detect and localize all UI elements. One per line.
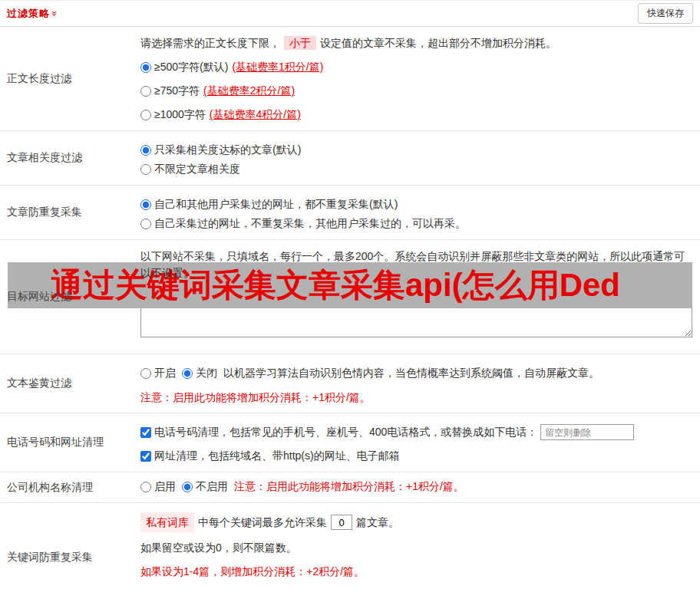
- url-clean-line: 网址清理，包括纯域名、带http(s)的网址、电子邮箱: [140, 448, 692, 464]
- row-keyword-dedup: 关键词防重复采集 私有词库 中每个关键词最多允许采集 篇文章。 如果留空或设为0…: [0, 503, 700, 589]
- row-relevance-filter: 文章相关度过滤 只采集相关度达标的文章(默认) 不限定文章相关度: [0, 131, 700, 186]
- option-label: 自己采集过的网址，不重复采集，其他用户采集过的，可以再采。: [154, 216, 466, 232]
- option-label: ≥750字符: [154, 83, 200, 99]
- row-body-length-filter: 正文长度过滤 请选择需求的正文长度下限，小于设定值的文章不采集，超出部分不增加积…: [0, 27, 700, 131]
- row-label-url-dedup: 文章防重复采集: [0, 186, 136, 239]
- replacement-phone-input[interactable]: [540, 424, 634, 440]
- radio-dedup-all-users[interactable]: [140, 199, 151, 210]
- option-label: 只采集相关度达标的文章(默认): [154, 142, 301, 158]
- radio-company-clean-off[interactable]: [182, 482, 193, 492]
- row-label-target-site: 目标网站过滤: [0, 240, 136, 354]
- topbar: 过滤策略» 快速保存: [0, 1, 700, 27]
- row-company-clean: 公司机构名称清理 启用 不启用 注意：启用此功能将增加积分消耗：+1积分/篇。: [0, 472, 700, 503]
- phone-clean-label: 电话号码清理，包括常见的手机号、座机号、400电话格式，或替换成如下电话：: [154, 424, 537, 440]
- radio-porn-on[interactable]: [140, 368, 151, 379]
- radio-750-chars[interactable]: [140, 86, 151, 97]
- row-label-phone-url-clean: 电话号码和网址清理: [0, 413, 136, 472]
- body-length-intro: 请选择需求的正文长度下限，小于设定值的文章不采集，超出部分不增加积分消耗。: [140, 35, 692, 51]
- radio-relevance-only[interactable]: [140, 145, 151, 156]
- keyword-note-cost: 如果设为1-4篇，则增加积分消耗：+2积分/篇。: [140, 563, 692, 580]
- filter-strategy-page: 过滤策略» 快速保存 正文长度过滤 请选择需求的正文长度下限，小于设定值的文章不…: [0, 0, 700, 589]
- option-label: 不启用: [196, 479, 228, 495]
- option-label: ≥1000字符: [154, 107, 206, 123]
- collapse-chevron-icon: »: [49, 11, 60, 17]
- option-relevance-any: 不限定文章相关度: [140, 161, 692, 177]
- row-label-keyword-dedup: 关键词防重复采集: [0, 503, 136, 589]
- url-clean-label: 网址清理，包括纯域名、带http(s)的网址、电子邮箱: [154, 448, 400, 464]
- fee-note: (基础费率2积分/篇): [203, 83, 295, 99]
- row-label-porn-filter: 文本鉴黄过滤: [0, 354, 136, 413]
- radio-company-clean-on[interactable]: [140, 482, 151, 492]
- option-750-chars: ≥750字符 (基础费率2积分/篇): [140, 83, 692, 99]
- row-phone-url-clean: 电话号码和网址清理 电话号码清理，包括常见的手机号、座机号、400电话格式，或替…: [0, 413, 700, 472]
- radio-1000-chars[interactable]: [140, 110, 151, 120]
- less-than-highlight: 小于: [284, 36, 316, 50]
- option-label: 关闭: [196, 365, 217, 381]
- option-dedup-all-users: 自己和其他用户采集过的网址，都不重复采集(默认): [140, 196, 692, 212]
- target-site-intro: 以下网站不采集，只填域名，每行一个，最多200个。系统会自动识别并屏蔽那些非文章…: [140, 248, 692, 281]
- phone-clean-line: 电话号码清理，包括常见的手机号、座机号、400电话格式，或替换成如下电话：: [140, 424, 692, 440]
- max-articles-input[interactable]: [331, 515, 352, 530]
- row-url-dedup: 文章防重复采集 自己和其他用户采集过的网址，都不重复采集(默认) 自己采集过的网…: [0, 186, 700, 240]
- option-label: 启用: [154, 479, 176, 495]
- option-label: 不限定文章相关度: [154, 161, 240, 177]
- radio-500-chars[interactable]: [140, 62, 151, 73]
- private-lexicon-tag: 私有词库: [140, 512, 194, 532]
- porn-filter-description: 以机器学习算法自动识别色情内容，当色情概率达到系统阈值，自动屏蔽文章。: [223, 365, 599, 381]
- fee-note: (基础费率4积分/篇): [210, 107, 301, 123]
- page-title: 过滤策略»: [7, 7, 58, 21]
- row-label-relevance: 文章相关度过滤: [0, 131, 136, 185]
- porn-filter-options: 开启 关闭 以机器学习算法自动识别色情内容，当色情概率达到系统阈值，自动屏蔽文章…: [140, 365, 692, 381]
- porn-filter-warning: 注意：启用此功能将增加积分消耗：+1积分/篇。: [140, 391, 692, 405]
- row-label-body-length: 正文长度过滤: [0, 27, 136, 130]
- option-relevance-only: 只采集相关度达标的文章(默认): [140, 142, 692, 158]
- option-label: 开启: [154, 365, 176, 381]
- option-dedup-self-only: 自己采集过的网址，不重复采集，其他用户采集过的，可以再采。: [140, 216, 692, 232]
- keyword-note-unlimited: 如果留空或设为0，则不限篇数。: [140, 539, 692, 556]
- radio-porn-off[interactable]: [182, 368, 193, 379]
- row-porn-filter: 文本鉴黄过滤 开启 关闭 以机器学习算法自动识别色情内容，当色情概率达到系统阈值…: [0, 354, 700, 413]
- option-label: ≥500字符(默认): [154, 59, 228, 75]
- company-clean-warning: 注意：启用此功能将增加积分消耗：+1积分/篇。: [234, 479, 464, 495]
- company-clean-options: 启用 不启用 注意：启用此功能将增加积分消耗：+1积分/篇。: [140, 479, 692, 495]
- phone-clean-checkbox[interactable]: [140, 427, 151, 438]
- radio-relevance-any[interactable]: [140, 164, 151, 175]
- option-label: 自己和其他用户采集过的网址，都不重复采集(默认): [154, 196, 398, 212]
- radio-dedup-self-only[interactable]: [140, 219, 151, 229]
- quick-save-button[interactable]: 快速保存: [638, 3, 693, 24]
- keyword-limit-line: 私有词库 中每个关键词最多允许采集 篇文章。: [140, 512, 692, 532]
- url-clean-checkbox[interactable]: [140, 451, 151, 462]
- option-500-chars: ≥500字符(默认) (基础费率1积分/篇): [140, 59, 692, 75]
- fee-note: (基础费率1积分/篇): [232, 59, 323, 75]
- option-1000-chars: ≥1000字符 (基础费率4积分/篇): [140, 107, 692, 123]
- row-label-company-clean: 公司机构名称清理: [0, 472, 136, 502]
